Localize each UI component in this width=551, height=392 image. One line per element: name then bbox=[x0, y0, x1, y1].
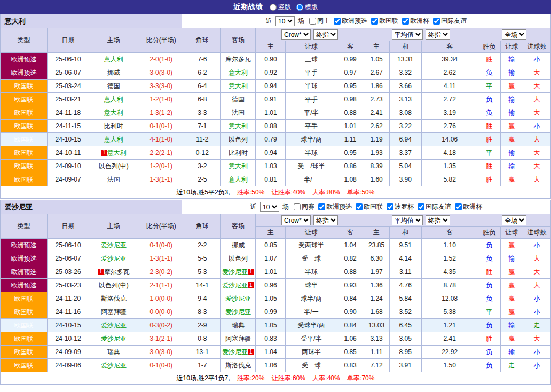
col-score: 比分(半场) bbox=[138, 28, 184, 53]
cell-result: 平 bbox=[478, 146, 500, 160]
checkbox[interactable] bbox=[371, 18, 378, 25]
checkbox[interactable] bbox=[455, 203, 462, 210]
team-name-text: 瑞典 bbox=[107, 348, 120, 356]
match-row: 欧国联24-11-15比利时0-1(0-1)7-1意大利0.88平手1.012.… bbox=[1, 120, 551, 133]
checkbox[interactable] bbox=[418, 203, 424, 210]
checkbox[interactable] bbox=[309, 18, 316, 25]
filter-checkbox-欧洲杯[interactable]: 欧洲杯 bbox=[455, 202, 482, 211]
cell-euro-away: 1.35 bbox=[421, 160, 478, 173]
filter-checkbox-欧洲杯[interactable]: 欧洲杯 bbox=[402, 17, 429, 26]
rounds-select[interactable]: 10 bbox=[276, 16, 295, 26]
checkbox[interactable] bbox=[318, 203, 325, 210]
cell-home-team: 意大利 bbox=[89, 93, 138, 106]
layout-option[interactable]: 竖版 bbox=[270, 3, 291, 12]
euro-time-select[interactable]: 终指 bbox=[426, 215, 450, 225]
red-card-badge: 1 bbox=[98, 269, 104, 275]
checkbox[interactable] bbox=[294, 203, 301, 210]
red-card-badge: 1 bbox=[248, 349, 254, 355]
cell-date: 25-03-24 bbox=[48, 80, 89, 93]
col-euro-home: 主 bbox=[364, 227, 389, 239]
cell-result: 负 bbox=[478, 359, 500, 372]
rounds-select[interactable]: 10 bbox=[260, 202, 279, 212]
filter-bar: 近 10 场 同主欧洲预选欧国联欧洲杯国际友谊 bbox=[182, 14, 550, 28]
cell-odds-home: 0.99 bbox=[256, 305, 286, 319]
checkbox[interactable] bbox=[356, 203, 363, 210]
team-name-text: 意大利 bbox=[229, 82, 248, 90]
odds-company-select[interactable]: Crow* bbox=[281, 29, 311, 40]
match-row: 欧国联24-10-15意大利4-1(1-0)11-2以色列0.79球半/两1.1… bbox=[1, 133, 551, 146]
cell-euro-home: 1.05 bbox=[364, 53, 389, 66]
cell-goals-result: 大 bbox=[523, 106, 550, 120]
cell-date: 25-06-07 bbox=[48, 252, 89, 265]
cell-handicap-line: 半/一 bbox=[286, 305, 337, 319]
col-type: 类型 bbox=[1, 214, 48, 239]
cell-odds-away: 0.88 bbox=[337, 106, 364, 120]
odds-company-select[interactable]: Crow* bbox=[281, 215, 311, 225]
col-corners: 角球 bbox=[184, 214, 221, 239]
cell-euro-away: 2.41 bbox=[421, 332, 478, 346]
cell-euro-home: 1.19 bbox=[364, 133, 389, 146]
euro-company-select[interactable]: 平均值 bbox=[392, 29, 423, 40]
cell-score: 3-3(3-0) bbox=[138, 80, 184, 93]
euro-time-select[interactable]: 终指 bbox=[426, 29, 450, 40]
filter-checkbox-国际友谊[interactable]: 国际友谊 bbox=[433, 17, 467, 26]
recent-results-page: 近期战绩 竖版横版 意大利 近 10 场 同主欧洲预选欧国联欧洲杯国际友谊 类型 bbox=[0, 0, 551, 385]
checkbox[interactable] bbox=[402, 18, 409, 25]
cell-odds-away: 0.85 bbox=[337, 346, 364, 359]
cell-result: 负 bbox=[478, 106, 500, 120]
layout-option[interactable]: 横版 bbox=[296, 3, 318, 12]
scope-select[interactable]: 全场 bbox=[502, 29, 526, 40]
cell-away-team: 以色列 bbox=[221, 252, 256, 265]
col-result: 胜负 bbox=[478, 227, 500, 239]
cell-odds-away: 0.86 bbox=[337, 160, 364, 173]
team-name-text: 瑞典 bbox=[232, 322, 245, 329]
cell-euro-away: 12.08 bbox=[421, 292, 478, 305]
cell-odds-away: 1.04 bbox=[337, 239, 364, 252]
cell-odds-home: 0.92 bbox=[256, 66, 286, 80]
layout-radio[interactable] bbox=[296, 4, 303, 11]
team-name-text: 意大利 bbox=[104, 136, 123, 143]
filter-checkbox-波罗杯[interactable]: 波罗杯 bbox=[387, 202, 414, 211]
red-card-badge: 1 bbox=[248, 269, 254, 275]
filter-checkbox-同赛[interactable]: 同赛 bbox=[294, 202, 314, 211]
cell-euro-draw: 4.14 bbox=[389, 252, 421, 265]
scope-select[interactable]: 全场 bbox=[502, 215, 526, 225]
euro-company-select[interactable]: 平均值 bbox=[392, 215, 423, 225]
cell-home-team: 德国 bbox=[89, 80, 138, 93]
cell-euro-draw: 3.05 bbox=[389, 332, 421, 346]
odds-time-select[interactable]: 终指 bbox=[313, 215, 338, 225]
checkbox[interactable] bbox=[387, 203, 393, 210]
odds-time-select[interactable]: 终指 bbox=[313, 29, 338, 40]
checkbox-label: 同赛 bbox=[302, 202, 314, 211]
summary-handicap-rate: 让胜率:60% bbox=[272, 374, 305, 382]
cell-odds-home: 1.07 bbox=[256, 252, 286, 265]
match-row: 欧洲预选25-06-10爱沙尼亚0-1(0-0)2-2挪威0.85受两球半1.0… bbox=[1, 239, 551, 252]
checkbox[interactable] bbox=[334, 18, 341, 25]
match-row: 欧国联24-10-12爱沙尼亚3-1(2-1)0-8阿塞拜疆0.83受平/半1.… bbox=[1, 332, 551, 346]
cell-euro-draw: 4.76 bbox=[389, 279, 421, 292]
filter-checkbox-欧洲预选[interactable]: 欧洲预选 bbox=[318, 202, 352, 211]
filter-checkbox-欧国联[interactable]: 欧国联 bbox=[356, 202, 383, 211]
cell-date: 24-11-18 bbox=[48, 106, 89, 120]
cell-corners: 7-1 bbox=[184, 120, 221, 133]
filter-checkbox-欧洲预选[interactable]: 欧洲预选 bbox=[334, 17, 367, 26]
cell-goals-result: 大 bbox=[523, 160, 550, 173]
team-name-text: 比利时 bbox=[104, 122, 123, 130]
cell-corners: 6-2 bbox=[184, 66, 221, 80]
checkbox[interactable] bbox=[433, 18, 440, 25]
team-name-text: 意大利 bbox=[229, 176, 248, 183]
cell-home-team: 爱沙尼亚 bbox=[89, 359, 138, 372]
cell-result: 负 bbox=[478, 319, 500, 332]
col-away: 客场 bbox=[221, 214, 256, 239]
filter-checkbox-国际友谊[interactable]: 国际友谊 bbox=[418, 202, 451, 211]
page-title: 近期战绩 bbox=[233, 2, 263, 12]
layout-radio[interactable] bbox=[270, 4, 277, 11]
filter-checkbox-同主[interactable]: 同主 bbox=[309, 17, 330, 26]
cell-score: 0-1(0-0) bbox=[138, 239, 184, 252]
filter-checkbox-欧国联[interactable]: 欧国联 bbox=[371, 17, 398, 26]
cell-corners: 5-5 bbox=[184, 252, 221, 265]
team-section-italy: 意大利 近 10 场 同主欧洲预选欧国联欧洲杯国际友谊 类型 日期 主场 bbox=[0, 14, 551, 199]
cell-odds-away: 0.99 bbox=[337, 53, 364, 66]
team-name-text: 爱沙尼亚 bbox=[101, 241, 127, 249]
col-home: 主场 bbox=[89, 214, 138, 239]
